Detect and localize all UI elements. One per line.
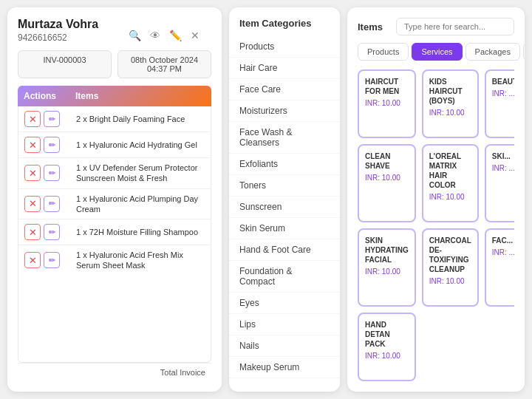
- customer-toolbar: 🔍 👁 ✏️ ✕: [127, 28, 201, 43]
- tab-products[interactable]: Products: [358, 43, 409, 61]
- edit-row-button[interactable]: ✏: [44, 111, 60, 127]
- items-title: Items: [358, 21, 383, 33]
- category-item[interactable]: Eyes: [229, 293, 340, 314]
- delete-row-button[interactable]: ✕: [24, 196, 41, 212]
- table-row: ✕ ✏ 1 x UV Defender Serum Protector Suns…: [18, 158, 211, 189]
- tab-vouchers[interactable]: Vouchers: [523, 43, 525, 61]
- row-item-text: 1 x 72H Moisture Filling Shampoo: [76, 227, 205, 237]
- item-card[interactable]: CHARCOAL DE-TOXIFYING CLEANUP INR: 10.00: [422, 228, 479, 307]
- category-item[interactable]: Makeup Serum: [229, 357, 340, 378]
- row-actions: ✕ ✏: [24, 252, 76, 268]
- item-card-price: INR: 10.00: [365, 267, 409, 276]
- item-card[interactable]: KIDS HAIRCUT (BOYS) INR: 10.00: [422, 69, 479, 138]
- view-button[interactable]: 👁: [149, 28, 162, 43]
- item-card[interactable]: BEAUTY INR: ...: [485, 69, 514, 138]
- item-card[interactable]: SKIN HYDRATING FACIAL INR: 10.00: [358, 228, 416, 307]
- category-item[interactable]: Toners: [229, 175, 340, 197]
- item-card[interactable]: FAC... INR: ...: [485, 228, 514, 307]
- item-card[interactable]: L'OREAL MATRIX HAIR COLOR INR: 10.00: [422, 144, 479, 222]
- invoice-number: INV-000003: [18, 50, 112, 78]
- item-card-name: SKI...: [492, 151, 514, 161]
- category-item[interactable]: Face Wash & Cleansers: [229, 122, 340, 154]
- right-panel: Items ProductsServicesPackagesVouchers H…: [347, 7, 525, 392]
- invoice-row: INV-000003 08th October 2024 04:37 PM: [18, 50, 211, 78]
- item-card-name: L'OREAL MATRIX HAIR COLOR: [429, 151, 471, 190]
- row-actions: ✕ ✏: [24, 224, 76, 240]
- item-card[interactable]: HAND DETAN PACK INR: 10.00: [358, 313, 416, 381]
- item-card[interactable]: SKI... INR: ...: [485, 144, 514, 222]
- item-card-price: INR: 10.00: [429, 109, 471, 117]
- delete-row-button[interactable]: ✕: [24, 165, 41, 181]
- delete-row-button[interactable]: ✕: [24, 137, 41, 153]
- edit-row-button[interactable]: ✏: [44, 137, 60, 153]
- category-item[interactable]: Hand & Foot Care: [229, 239, 340, 261]
- item-card[interactable]: CLEAN SHAVE INR: 10.00: [358, 144, 416, 222]
- right-header: Items: [358, 18, 514, 35]
- delete-row-button[interactable]: ✕: [24, 252, 41, 268]
- search-input[interactable]: [396, 18, 514, 35]
- table-row: ✕ ✏ 1 x Hyaluronic Acid Hydrating Gel: [18, 132, 211, 158]
- items-grid: HAIRCUT FOR MEN INR: 10.00 KIDS HAIRCUT …: [358, 69, 514, 381]
- item-card-price: INR: 10.00: [365, 99, 409, 107]
- row-item-text: 1 x UV Defender Serum Protector Sunscree…: [76, 163, 205, 184]
- customer-info: Murtaza Vohra 9426616652: [18, 18, 98, 43]
- items-table: ✕ ✏ 2 x Bright Daily Foaming Face ✕ ✏ 1 …: [18, 106, 211, 363]
- category-item[interactable]: Sunscreen: [229, 197, 340, 218]
- item-card-price: INR: 10.00: [429, 193, 471, 201]
- edit-button[interactable]: ✏️: [168, 28, 183, 43]
- edit-row-button[interactable]: ✏: [44, 224, 60, 240]
- item-card-name: KIDS HAIRCUT (BOYS): [429, 77, 471, 106]
- col-actions-header: Actions: [24, 91, 75, 101]
- tab-packages[interactable]: Packages: [466, 43, 520, 61]
- row-actions: ✕ ✏: [24, 196, 76, 212]
- row-item-text: 1 x Hyaluronic Acid Fresh Mix Serum Shee…: [76, 250, 205, 271]
- table-header: Actions Items: [18, 86, 211, 106]
- item-card-name: FAC...: [492, 236, 514, 245]
- delete-row-button[interactable]: ✕: [24, 224, 41, 240]
- table-row: ✕ ✏ 1 x Hyaluronic Acid Plumping Day Cre…: [18, 189, 211, 220]
- row-item-text: 1 x Hyaluronic Acid Plumping Day Cream: [76, 194, 205, 215]
- item-card-price: INR: 10.00: [429, 277, 471, 285]
- customer-header: Murtaza Vohra 9426616652 🔍 👁 ✏️ ✕: [18, 18, 211, 50]
- category-list: ProductsHair CareFace CareMoisturizersFa…: [229, 36, 340, 381]
- item-card-price: INR: ...: [492, 248, 514, 256]
- search-button[interactable]: 🔍: [127, 28, 143, 43]
- category-item[interactable]: Foundation & Compact: [229, 261, 340, 293]
- row-item-text: 2 x Bright Daily Foaming Face: [76, 114, 205, 124]
- col-items-header: Items: [75, 91, 205, 101]
- row-actions: ✕ ✏: [24, 111, 76, 127]
- category-item[interactable]: Products: [229, 36, 340, 58]
- close-button[interactable]: ✕: [189, 28, 201, 43]
- category-item[interactable]: Skin Serum: [229, 218, 340, 239]
- category-item[interactable]: Threading: [229, 378, 340, 381]
- category-item[interactable]: Lips: [229, 314, 340, 335]
- row-actions: ✕ ✏: [24, 165, 76, 181]
- total-row: Total Invoice: [18, 363, 211, 381]
- category-item[interactable]: Moisturizers: [229, 100, 340, 122]
- category-item[interactable]: Exfoliants: [229, 154, 340, 175]
- edit-row-button[interactable]: ✏: [44, 165, 60, 181]
- customer-phone: 9426616652: [18, 33, 98, 43]
- tabs-row: ProductsServicesPackagesVouchers: [358, 43, 514, 61]
- edit-row-button[interactable]: ✏: [44, 196, 60, 212]
- category-item[interactable]: Face Care: [229, 79, 340, 100]
- item-card-name: CHARCOAL DE-TOXIFYING CLEANUP: [429, 236, 471, 274]
- item-card-price: INR: 10.00: [365, 352, 409, 360]
- item-card-name: HAND DETAN PACK: [365, 320, 409, 349]
- item-card-price: INR: 10.00: [365, 174, 409, 182]
- row-actions: ✕ ✏: [24, 137, 76, 153]
- table-row: ✕ ✏ 1 x 72H Moisture Filling Shampoo: [18, 219, 211, 245]
- category-item[interactable]: Nails: [229, 335, 340, 357]
- item-card-name: SKIN HYDRATING FACIAL: [365, 236, 409, 265]
- tab-services[interactable]: Services: [412, 43, 462, 61]
- category-item[interactable]: Hair Care: [229, 58, 340, 79]
- categories-title: Item Categories: [229, 18, 340, 36]
- middle-panel: Item Categories ProductsHair CareFace Ca…: [229, 7, 340, 392]
- edit-row-button[interactable]: ✏: [44, 252, 60, 268]
- item-card-name: BEAUTY: [492, 77, 514, 86]
- customer-name: Murtaza Vohra: [18, 18, 98, 31]
- delete-row-button[interactable]: ✕: [24, 111, 41, 127]
- item-card-name: CLEAN SHAVE: [365, 151, 409, 171]
- left-panel: Murtaza Vohra 9426616652 🔍 👁 ✏️ ✕ INV-00…: [7, 7, 222, 392]
- item-card[interactable]: HAIRCUT FOR MEN INR: 10.00: [358, 69, 416, 138]
